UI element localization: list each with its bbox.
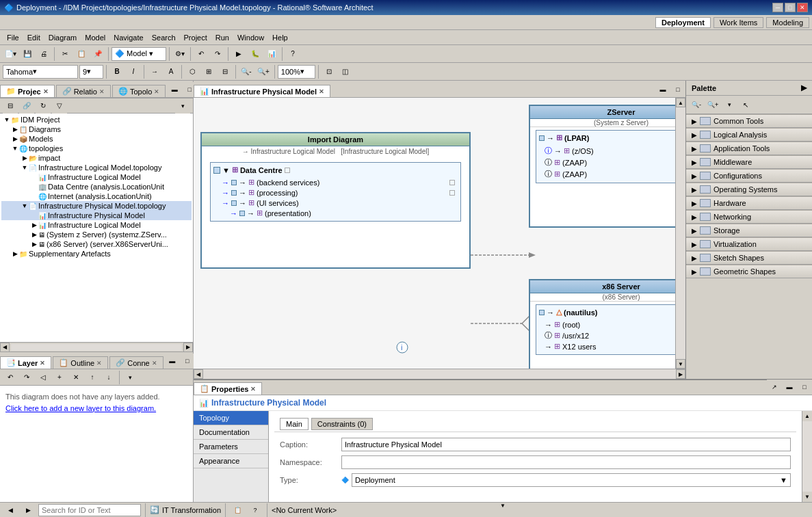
outline-tab[interactable]: 📋 Outline ✕: [53, 356, 108, 369]
scroll-left-button[interactable]: ◀: [0, 343, 10, 352]
run-button[interactable]: ▶: [231, 47, 246, 62]
prop-scroll-down[interactable]: ▼: [802, 492, 812, 502]
minimize-view-button[interactable]: ▬: [167, 82, 182, 97]
redo-layer-button[interactable]: ↷: [19, 370, 34, 385]
type-dropdown[interactable]: Deployment ▼: [352, 473, 791, 487]
palette-cursor-button[interactable]: ↖: [738, 97, 753, 112]
align-left-button[interactable]: ⬡: [185, 64, 200, 79]
filter-button[interactable]: ▽: [52, 98, 67, 114]
close-button[interactable]: ✕: [797, 3, 808, 12]
model-dropdown[interactable]: 🔷 Model ▾: [112, 47, 166, 61]
tree-item-supplementary[interactable]: ▶ 📁 Supplementary Artefacts: [1, 249, 192, 258]
palette-zoom-out-button[interactable]: 🔍-: [689, 97, 704, 112]
relations-tab-close[interactable]: ✕: [99, 88, 105, 95]
prop-min-button[interactable]: ▬: [782, 380, 797, 395]
help-contents-button[interactable]: ?: [285, 47, 300, 62]
layer-tab[interactable]: 📑 Layer ✕: [0, 356, 51, 369]
diagram-canvas[interactable]: i i Import Diagram → Infrastructure Logi…: [194, 98, 675, 369]
expand-idm-project[interactable]: ▼: [3, 116, 11, 123]
connections-tab-close[interactable]: ✕: [152, 360, 157, 367]
bold-button[interactable]: B: [109, 64, 125, 79]
diagram-tab[interactable]: 📊 Infrastructure Physical Model ✕: [194, 85, 330, 97]
properties-tab[interactable]: 📋 Properties ✕: [194, 382, 262, 395]
nav-back-button[interactable]: ◀: [3, 503, 18, 518]
font-dropdown[interactable]: Tahoma ▾: [3, 65, 78, 79]
layer-max-button[interactable]: □: [180, 354, 195, 369]
scroll-up-button[interactable]: ▲: [676, 98, 685, 107]
new-button[interactable]: 📄▾: [3, 47, 18, 62]
expand-infra-logical-model2[interactable]: ▶: [30, 222, 38, 228]
minimize-button[interactable]: ─: [772, 3, 783, 12]
layer-min-button[interactable]: ▬: [165, 354, 180, 369]
expand-topologies[interactable]: ▼: [11, 145, 19, 152]
diagram-vertical-scrollbar[interactable]: ▲ ▼: [675, 98, 685, 369]
tree-item-infra-physical-topo[interactable]: ▼ 📄 Infrastructure Physical Model.topolo…: [1, 201, 192, 211]
menu-window[interactable]: Window: [233, 32, 268, 43]
tree-item-internet[interactable]: 🌐 Internet (analysis.LocationUnit): [1, 191, 192, 201]
tree-item-infra-logical-topo[interactable]: ▼ 📄 Infrastructure Logical Model.topolog…: [1, 163, 192, 172]
hardware-header[interactable]: ▶ Hardware: [686, 196, 812, 209]
topology-section[interactable]: Topology: [194, 411, 268, 425]
deployment-perspective-tab[interactable]: Deployment: [655, 17, 711, 28]
storage-header[interactable]: ▶ Storage: [686, 224, 812, 237]
undo-button[interactable]: ↶: [194, 47, 209, 62]
layer-view-menu[interactable]: ▾: [122, 370, 137, 385]
menu-project[interactable]: Project: [180, 32, 211, 43]
application-tools-header[interactable]: ▶ Application Tools: [686, 142, 812, 155]
configurations-header[interactable]: ▶ Configurations: [686, 169, 812, 182]
view-menu-button[interactable]: ▾: [175, 98, 190, 114]
constraints-tab[interactable]: Constraints (0): [311, 418, 373, 430]
link-editor-button[interactable]: 🔗: [19, 98, 34, 114]
scroll-track[interactable]: [676, 107, 685, 359]
menu-diagram[interactable]: Diagram: [44, 32, 81, 43]
palette-dropdown-button[interactable]: ▾: [722, 97, 737, 112]
tree-item-infra-logical-model2[interactable]: ▶ 📊 Infrastructure Logical Model: [1, 220, 192, 230]
prop-scroll[interactable]: ▲ ▼: [802, 411, 812, 502]
print-button[interactable]: 🖨: [36, 47, 51, 62]
search-input[interactable]: [38, 504, 141, 516]
common-tools-header[interactable]: ▶ Common Tools: [686, 114, 812, 127]
back-layer-button[interactable]: ◁: [36, 370, 51, 385]
scroll-left-diagram-button[interactable]: ◀: [194, 369, 203, 379]
undo-layer-button[interactable]: ↶: [3, 370, 18, 385]
save-button[interactable]: 💾: [20, 47, 35, 62]
scroll-right-button[interactable]: ▶: [183, 343, 193, 352]
redo-button[interactable]: ↷: [210, 47, 225, 62]
expand-impact[interactable]: ▶: [21, 155, 29, 161]
diagram-horizontal-scrollbar[interactable]: ◀ ▶: [194, 369, 685, 379]
outline-tab-close[interactable]: ✕: [96, 360, 102, 367]
properties-bottom-button[interactable]: 📋: [230, 503, 245, 518]
main-tab[interactable]: Main: [280, 418, 309, 430]
logical-analysis-header[interactable]: ▶ Logical Analysis: [686, 128, 812, 141]
menu-file[interactable]: File: [3, 32, 23, 43]
profile-button[interactable]: 📊: [264, 47, 279, 62]
cut-button[interactable]: ✂: [57, 47, 73, 62]
menu-edit[interactable]: Edit: [23, 32, 44, 43]
snap-button[interactable]: ⊞: [201, 64, 216, 79]
copy-button[interactable]: 📋: [74, 47, 89, 62]
zoom-out-button[interactable]: 🔍-: [239, 64, 254, 79]
tree-item-diagrams[interactable]: ▶ 📋 Diagrams: [1, 124, 192, 134]
horizontal-scroll-track[interactable]: [203, 369, 676, 379]
tree-item-impact[interactable]: ▶ 📂 impact: [1, 153, 192, 163]
sync-button[interactable]: ↻: [36, 98, 51, 114]
tree-item-idm-project[interactable]: ▼ 📁 IDM Project: [1, 115, 192, 124]
palette-zoom-in-button[interactable]: 🔍+: [705, 97, 720, 112]
tree-item-models[interactable]: ▶ 📦 Models: [1, 134, 192, 144]
documentation-section[interactable]: Documentation: [194, 425, 268, 440]
parameters-section[interactable]: Parameters: [194, 440, 268, 454]
expand-diagrams[interactable]: ▶: [11, 126, 19, 133]
italic-button[interactable]: I: [126, 64, 141, 79]
connections-tab[interactable]: 🔗 Conne ✕: [109, 356, 163, 369]
help-bottom-button[interactable]: ?: [248, 503, 263, 518]
tree-item-x86[interactable]: ▶ 🖥 (x86 Server) (server.X86ServerUni...: [1, 239, 192, 249]
expand-models[interactable]: ▶: [11, 135, 19, 142]
menu-search[interactable]: Search: [148, 32, 180, 43]
expand-x86[interactable]: ▶: [30, 241, 38, 248]
project-tree[interactable]: ▼ 📁 IDM Project ▶ 📋 Diagrams ▶ 📦 Models …: [0, 114, 193, 342]
move-down-button[interactable]: ↓: [101, 370, 116, 385]
scroll-right-diagram-button[interactable]: ▶: [676, 369, 685, 379]
text-color-button[interactable]: A: [163, 64, 179, 79]
expand-system-z[interactable]: ▶: [30, 231, 38, 238]
menu-model[interactable]: Model: [81, 32, 109, 43]
